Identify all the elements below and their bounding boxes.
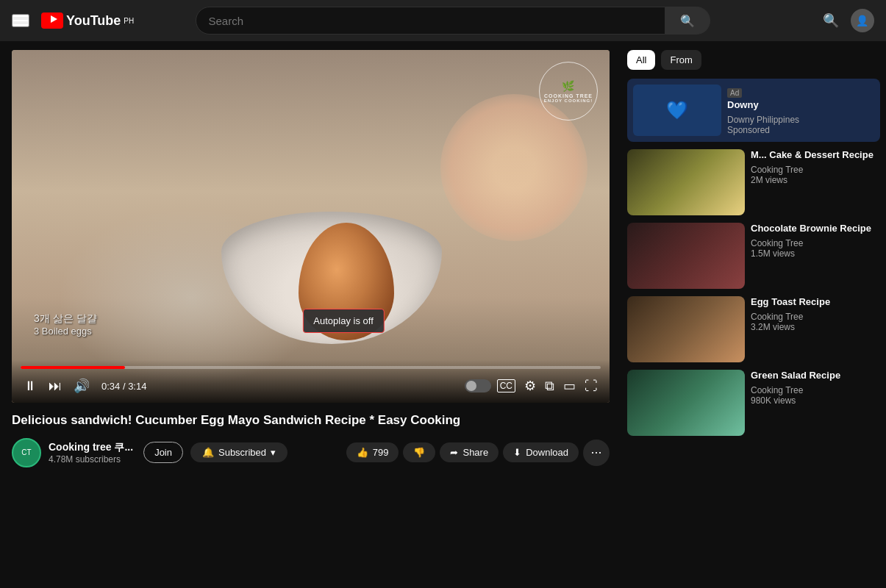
download-button[interactable]: ⬇ Download [503, 442, 579, 462]
volume-button[interactable]: 🔊 [71, 375, 93, 397]
play-pause-button[interactable]: ⏸ [21, 376, 40, 397]
filter-from[interactable]: From [661, 50, 701, 70]
toggle-knob [466, 381, 476, 391]
like-icon: 👍 [357, 447, 368, 458]
svg-marker-0 [51, 15, 57, 23]
next-button[interactable]: ⏭ [46, 376, 65, 397]
more-icon: ··· [590, 445, 601, 460]
theater-button[interactable]: ▭ [560, 375, 579, 397]
subtitle-korean: 3개 삶은 달걀 [34, 312, 97, 326]
ad-meta: Sponsored [727, 125, 799, 135]
main-layout: 🌿 COOKING TREE ENJOY COOKING! 3개 삶은 달걀 3… [0, 41, 886, 588]
sidebar-channel-2: Cooking Tree [751, 165, 880, 175]
fullscreen-icon: ⛶ [585, 379, 598, 394]
avatar-text: CT [21, 448, 31, 456]
video-section: 🌿 COOKING TREE ENJOY COOKING! 3개 삶은 달걀 3… [0, 41, 621, 588]
search-input[interactable] [196, 7, 665, 35]
dislike-button[interactable]: 👎 [403, 442, 435, 462]
join-button[interactable]: Join [143, 442, 183, 463]
user-avatar-button[interactable]: 👤 [851, 9, 874, 32]
time-display: 0:34 / 3:14 [101, 381, 146, 392]
download-label: Download [526, 447, 568, 458]
search-button[interactable]: 🔍 [665, 7, 710, 35]
fullscreen-button[interactable]: ⛶ [582, 376, 601, 397]
subscribe-chevron-icon: ▾ [271, 447, 276, 458]
subscriber-count: 4.78M subscribers [49, 454, 133, 465]
filter-all[interactable]: All [627, 50, 655, 70]
sidebar-channel-5: Cooking Tree [751, 385, 880, 395]
settings-button[interactable]: ⚙ [521, 375, 539, 397]
play-pause-icon: ⏸ [24, 379, 37, 394]
ad-info: Ad Downy Downy Philippines Sponsored [727, 85, 799, 135]
cc-button[interactable]: CC [494, 376, 518, 395]
logo-country: PH [124, 17, 134, 25]
controls-row: ⏸ ⏭ 🔊 0:34 / 3:14 [21, 375, 601, 397]
channel-watermark: 🌿 COOKING TREE ENJOY COOKING! [539, 62, 598, 121]
share-button[interactable]: ➦ Share [440, 442, 499, 462]
channel-row: CT Cooking tree 쿠... 4.78M subscribers J… [12, 438, 610, 467]
sidebar-video-info-3: Chocolate Brownie Recipe Cooking Tree 1.… [751, 223, 880, 289]
header: YouTubePH 🔍 🔍 👤 [0, 0, 886, 41]
youtube-logo[interactable]: YouTubePH [41, 12, 134, 29]
miniplayer-icon: ⧉ [545, 379, 554, 394]
subscribe-label: Subscribed [218, 447, 266, 458]
sidebar-video-2[interactable]: M... Cake & Dessert Recipe Cooking Tree … [627, 149, 880, 215]
action-buttons: 👍 799 👎 ➦ Share ⬇ Download [346, 440, 610, 466]
logo-text: YouTube [66, 13, 121, 29]
search-icon: 🔍 [680, 15, 695, 27]
share-icon: ➦ [450, 447, 458, 458]
video-controls: ⏸ ⏭ 🔊 0:34 / 3:14 [12, 360, 610, 403]
autoplay-tooltip: Autoplay is off [302, 309, 384, 333]
ad-thumbnail: 💙 [633, 85, 721, 136]
sidebar-video-4[interactable]: Egg Toast Recipe Cooking Tree 3.2M views [627, 296, 880, 362]
ad-channel: Downy Philippines [727, 115, 799, 125]
subscribe-button[interactable]: 🔔 Subscribed ▾ [190, 442, 287, 462]
ad-badge: Ad [727, 88, 742, 98]
sidebar-thumb-4 [627, 296, 745, 362]
autoplay-toggle[interactable] [465, 379, 491, 392]
sidebar-thumb-5 [627, 370, 745, 436]
sidebar-meta-2: 2M views [751, 175, 880, 185]
sidebar-video-5[interactable]: Green Salad Recipe Cooking Tree 980K vie… [627, 370, 880, 436]
share-label: Share [462, 447, 488, 458]
sidebar-ad-card[interactable]: 💙 Ad Downy Downy Philippines Sponsored [627, 79, 880, 142]
video-container[interactable]: 🌿 COOKING TREE ENJOY COOKING! 3개 삶은 달걀 3… [12, 50, 610, 403]
toggle-switch[interactable] [465, 379, 491, 392]
video-frame: 🌿 COOKING TREE ENJOY COOKING! 3개 삶은 달걀 3… [12, 50, 610, 403]
sidebar-video-info-2: M... Cake & Dessert Recipe Cooking Tree … [751, 149, 880, 215]
like-button[interactable]: 👍 799 [346, 442, 399, 462]
search-icon-2: 🔍 [823, 13, 839, 28]
video-info: Delicious sandwich! Cucumber Egg Mayo Sa… [12, 403, 610, 473]
sidebar-meta-4: 3.2M views [751, 322, 880, 332]
menu-button[interactable] [12, 14, 29, 27]
yt-play-icon [41, 12, 63, 29]
more-options-button[interactable]: ··· [583, 440, 610, 466]
progress-fill [21, 366, 125, 369]
dislike-icon: 👎 [413, 447, 425, 458]
progress-bar[interactable] [21, 366, 601, 369]
sidebar-meta-3: 1.5M views [751, 248, 880, 259]
subtitle-english: 3 Boiled eggs [34, 326, 97, 337]
like-count: 799 [373, 447, 389, 458]
sidebar-meta-5: 980K views [751, 395, 880, 406]
filter-chips: All From [627, 50, 880, 70]
header-right: 🔍 👤 [823, 9, 874, 32]
header-left: YouTubePH [12, 12, 134, 29]
download-icon: ⬇ [513, 447, 521, 458]
sidebar-title-2: M... Cake & Dessert Recipe [751, 149, 880, 162]
search-icon-button[interactable]: 🔍 [823, 12, 839, 29]
sidebar-thumb-2 [627, 149, 745, 215]
sidebar-video-3[interactable]: Chocolate Brownie Recipe Cooking Tree 1.… [627, 223, 880, 289]
sidebar: All From 💙 Ad Downy Downy Philippines Sp… [621, 41, 886, 588]
ad-title: Downy [727, 99, 799, 112]
volume-icon: 🔊 [74, 378, 90, 394]
sidebar-title-5: Green Salad Recipe [751, 370, 880, 382]
sidebar-channel-3: Cooking Tree [751, 238, 880, 248]
video-title: Delicious sandwich! Cucumber Egg Mayo Sa… [12, 412, 610, 429]
sidebar-title-4: Egg Toast Recipe [751, 296, 880, 309]
next-icon: ⏭ [49, 379, 62, 394]
subscribe-bell-icon: 🔔 [202, 447, 214, 458]
channel-avatar[interactable]: CT [12, 438, 41, 467]
sidebar-title-3: Chocolate Brownie Recipe [751, 223, 880, 235]
miniplayer-button[interactable]: ⧉ [542, 376, 557, 397]
